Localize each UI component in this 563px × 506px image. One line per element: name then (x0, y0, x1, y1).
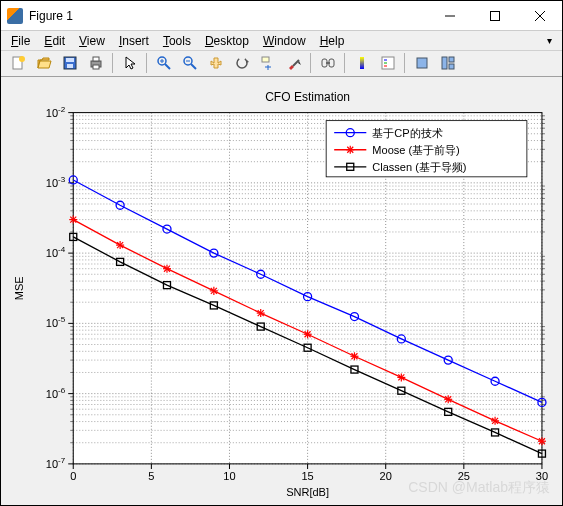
open-icon (36, 55, 52, 71)
svg-text:10-6: 10-6 (46, 385, 66, 399)
brush-button[interactable] (281, 51, 306, 75)
open-button[interactable] (31, 51, 56, 75)
new-icon (10, 55, 26, 71)
toolbar (1, 51, 562, 76)
link-icon (320, 55, 336, 71)
toolbar-separator (146, 53, 147, 73)
svg-text:Classen (基于导频): Classen (基于导频) (372, 160, 466, 172)
data-cursor-icon (260, 55, 276, 71)
matlab-icon (7, 8, 23, 24)
menu-bar: File Edit View Insert Tools Desktop Wind… (1, 31, 562, 51)
figure-window: Figure 1 File Edit View Insert Tools Des… (0, 0, 563, 506)
zoom-out-button[interactable] (177, 51, 202, 75)
pan-button[interactable] (203, 51, 228, 75)
toolbar-separator (344, 53, 345, 73)
pointer-button[interactable] (117, 51, 142, 75)
svg-rect-10 (93, 57, 99, 61)
new-figure-button[interactable] (5, 51, 30, 75)
svg-rect-27 (360, 57, 364, 69)
svg-rect-32 (417, 58, 427, 68)
save-icon (62, 55, 78, 71)
data-cursor-button[interactable] (255, 51, 280, 75)
minimize-button[interactable] (427, 1, 472, 30)
svg-rect-35 (449, 64, 454, 69)
svg-text:基于CP的技术: 基于CP的技术 (372, 126, 442, 138)
svg-text:SNR[dB]: SNR[dB] (286, 485, 329, 497)
toolbar-separator (112, 53, 113, 73)
svg-text:5: 5 (148, 469, 154, 481)
svg-rect-34 (449, 57, 454, 62)
show-tools-button[interactable] (435, 51, 460, 75)
svg-text:Moose (基于前导): Moose (基于前导) (372, 143, 459, 155)
legend-button[interactable] (375, 51, 400, 75)
save-button[interactable] (57, 51, 82, 75)
svg-rect-11 (93, 65, 99, 69)
menu-edit[interactable]: Edit (38, 32, 71, 50)
brush-icon (286, 55, 302, 71)
pointer-icon (122, 55, 138, 71)
zoom-in-button[interactable] (151, 51, 176, 75)
title-bar: Figure 1 (1, 1, 562, 31)
menu-desktop[interactable]: Desktop (199, 32, 255, 50)
pan-icon (208, 55, 224, 71)
plot-area: 10-710-610-510-410-310-2051015202530CFO … (1, 77, 562, 506)
svg-point-19 (237, 58, 247, 68)
maximize-icon (490, 11, 500, 21)
print-icon (88, 55, 104, 71)
svg-text:0: 0 (70, 469, 76, 481)
svg-text:20: 20 (380, 469, 392, 481)
minimize-icon (445, 11, 455, 21)
svg-text:10-4: 10-4 (46, 245, 66, 259)
hide-plot-tools-icon (414, 55, 430, 71)
rotate-icon (234, 55, 250, 71)
menu-file[interactable]: File (5, 32, 36, 50)
svg-rect-7 (66, 58, 74, 62)
toolbar-separator (310, 53, 311, 73)
svg-text:10-7: 10-7 (46, 455, 66, 469)
svg-text:10: 10 (223, 469, 235, 481)
svg-rect-8 (67, 64, 73, 68)
svg-text:CFO Estimation: CFO Estimation (265, 89, 350, 103)
svg-rect-1 (490, 11, 499, 20)
svg-text:30: 30 (536, 469, 548, 481)
svg-text:10-3: 10-3 (46, 174, 66, 188)
svg-line-13 (165, 64, 170, 69)
hide-tools-button[interactable] (409, 51, 434, 75)
close-icon (535, 11, 545, 21)
window-title: Figure 1 (29, 9, 427, 23)
menu-tools[interactable]: Tools (157, 32, 197, 50)
svg-text:25: 25 (458, 469, 470, 481)
show-plot-tools-icon (440, 55, 456, 71)
menu-view[interactable]: View (73, 32, 111, 50)
print-button[interactable] (83, 51, 108, 75)
svg-rect-20 (262, 57, 269, 62)
zoom-out-icon (182, 55, 198, 71)
chart-canvas[interactable]: 10-710-610-510-410-310-2051015202530CFO … (5, 81, 558, 502)
svg-rect-28 (382, 57, 394, 69)
colorbar-icon (354, 55, 370, 71)
menu-insert[interactable]: Insert (113, 32, 155, 50)
menu-help[interactable]: Help (314, 32, 351, 50)
colorbar-button[interactable] (349, 51, 374, 75)
svg-text:10-5: 10-5 (46, 315, 66, 329)
zoom-in-icon (156, 55, 172, 71)
svg-text:15: 15 (301, 469, 313, 481)
legend-icon (380, 55, 396, 71)
close-button[interactable] (517, 1, 562, 30)
rotate-button[interactable] (229, 51, 254, 75)
svg-rect-33 (442, 57, 447, 69)
menu-window[interactable]: Window (257, 32, 312, 50)
svg-line-17 (191, 64, 196, 69)
maximize-button[interactable] (472, 1, 517, 30)
menu-overflow[interactable]: ▾ (541, 35, 558, 46)
svg-point-5 (19, 56, 25, 62)
svg-text:MSE: MSE (13, 276, 25, 300)
svg-text:10-2: 10-2 (46, 104, 66, 118)
link-button[interactable] (315, 51, 340, 75)
toolbar-separator (404, 53, 405, 73)
